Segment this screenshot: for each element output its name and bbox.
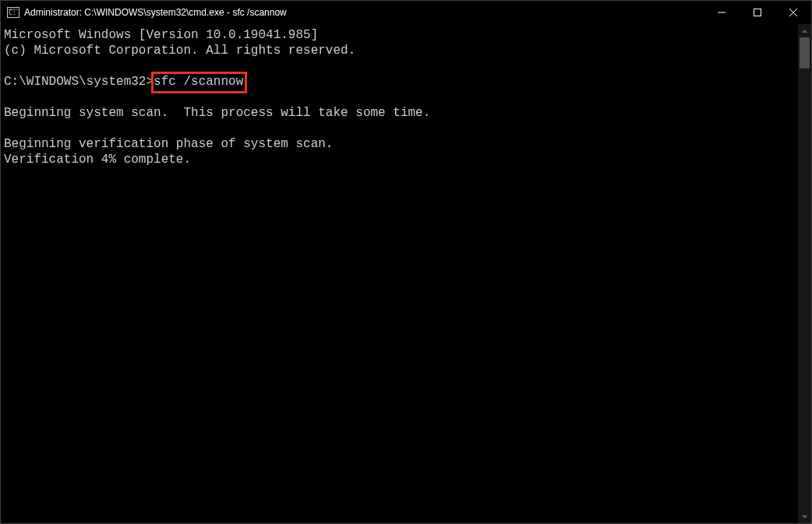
cmd-window: C: Administrator: C:\WINDOWS\system32\cm… [0,0,812,524]
minimize-button[interactable] [704,1,740,24]
scroll-up-button[interactable] [798,24,811,37]
scroll-thumb[interactable] [800,37,810,69]
output-line: Microsoft Windows [Version 10.0.19041.98… [4,28,318,42]
terminal-area[interactable]: Microsoft Windows [Version 10.0.19041.98… [1,24,798,523]
vertical-scrollbar[interactable] [798,24,811,523]
command-highlight: sfc /scannow [151,72,247,93]
svg-text:C:: C: [9,9,16,16]
svg-rect-2 [754,9,761,16]
svg-marker-4 [802,515,807,519]
output-line: Verification 4% complete. [4,153,191,167]
output-line: (c) Microsoft Corporation. All rights re… [4,44,355,58]
typed-command: sfc /scannow [154,75,243,89]
window-controls [704,1,811,24]
output-line: Beginning verification phase of system s… [4,137,333,151]
close-button[interactable] [775,1,811,24]
svg-marker-3 [802,30,807,33]
output-line: Beginning system scan. This process will… [4,106,430,120]
titlebar[interactable]: C: Administrator: C:\WINDOWS\system32\cm… [1,1,811,24]
window-title: Administrator: C:\WINDOWS\system32\cmd.e… [24,7,287,18]
scroll-down-button[interactable] [798,510,811,523]
maximize-button[interactable] [740,1,775,24]
cmd-icon: C: [7,6,19,19]
prompt: C:\WINDOWS\system32> [4,75,154,89]
